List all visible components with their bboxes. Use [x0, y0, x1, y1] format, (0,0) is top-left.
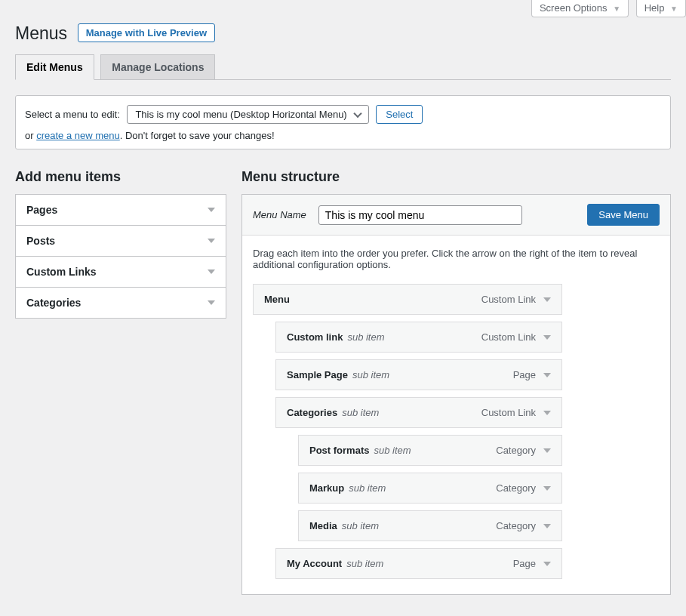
accordion-section-posts[interactable]: Posts [16, 225, 226, 256]
structure-heading: Menu structure [241, 169, 671, 185]
accordion-label: Categories [26, 297, 81, 309]
menu-item[interactable]: My Accountsub itemPage [275, 548, 562, 579]
screen-options-button[interactable]: Screen Options ▼ [531, 0, 629, 17]
menu-item-type: Custom Link [481, 407, 536, 418]
menu-item-title: Menu [264, 294, 290, 305]
menu-item[interactable]: Post formatssub itemCategory [298, 435, 562, 466]
caret-down-icon[interactable] [543, 448, 551, 453]
menu-item-type: Category [496, 482, 536, 494]
menu-items-list: MenuCustom LinkCustom linksub itemCustom… [253, 284, 660, 579]
menu-item-type: Category [496, 520, 536, 531]
menu-item-type: Custom Link [481, 331, 536, 343]
menu-structure-frame: Menu Name Save Menu Drag each item into … [241, 194, 671, 595]
help-label: Help [644, 2, 665, 14]
menu-item-type: Page [513, 558, 536, 569]
nav-tabs: Edit Menus Manage Locations [15, 54, 671, 80]
add-items-accordion: PagesPostsCustom LinksCategories [15, 194, 226, 319]
caret-down-icon[interactable] [543, 486, 551, 491]
menu-item[interactable]: MenuCustom Link [253, 284, 562, 315]
menu-item-sub-label: sub item [347, 331, 384, 343]
drag-instructions: Drag each item into the order you prefer… [253, 248, 660, 270]
menu-item[interactable]: Custom linksub itemCustom Link [275, 322, 562, 353]
menu-item-sub-label: sub item [352, 369, 389, 380]
tab-manage-locations[interactable]: Manage Locations [100, 54, 215, 80]
or-text: or [25, 130, 36, 141]
select-button[interactable]: Select [376, 105, 423, 124]
menu-item[interactable]: Categoriessub itemCustom Link [275, 397, 562, 428]
helper-after-text: . Don't forget to save your changes! [120, 130, 275, 141]
menu-item-sub-label: sub item [346, 558, 383, 569]
menu-item-type: Custom Link [481, 294, 536, 305]
menu-select-dropdown[interactable]: This is my cool menu (Desktop Horizontal… [127, 105, 368, 124]
menu-item[interactable]: Sample Pagesub itemPage [275, 359, 562, 390]
caret-down-icon[interactable] [543, 524, 551, 528]
menu-select-value: This is my cool menu (Desktop Horizontal… [135, 109, 346, 120]
menu-item[interactable]: Markupsub itemCategory [298, 473, 562, 504]
menu-item-sub-label: sub item [342, 520, 379, 531]
select-menu-label: Select a menu to edit: [25, 109, 120, 120]
caret-down-icon[interactable] [543, 562, 551, 566]
caret-down-icon [208, 270, 215, 274]
menu-item-type: Category [496, 445, 536, 456]
menu-item[interactable]: Mediasub itemCategory [298, 510, 562, 541]
create-menu-helper: or create a new menu. Don't forget to sa… [25, 130, 661, 141]
caret-down-icon: ▼ [670, 5, 678, 13]
caret-down-icon[interactable] [543, 411, 551, 415]
menu-item-title: Post formats [309, 445, 369, 456]
caret-down-icon [208, 208, 215, 212]
caret-down-icon[interactable] [543, 297, 551, 302]
menu-structure-header: Menu Name Save Menu [242, 195, 670, 236]
caret-down-icon [208, 300, 215, 305]
accordion-section-pages[interactable]: Pages [16, 195, 226, 225]
menu-item-title: Categories [287, 407, 337, 418]
menu-item-title: Sample Page [287, 369, 348, 380]
help-button[interactable]: Help ▼ [636, 0, 686, 17]
caret-down-icon[interactable] [543, 335, 551, 340]
create-new-menu-link[interactable]: create a new menu [36, 130, 120, 141]
menu-item-sub-label: sub item [349, 482, 386, 494]
accordion-section-categories[interactable]: Categories [16, 287, 226, 318]
caret-down-icon [208, 239, 215, 243]
menu-item-sub-label: sub item [342, 407, 379, 418]
tab-edit-menus[interactable]: Edit Menus [15, 54, 94, 80]
accordion-label: Pages [26, 204, 57, 216]
caret-down-icon: ▼ [613, 5, 620, 13]
caret-down-icon[interactable] [543, 373, 551, 377]
add-items-heading: Add menu items [15, 169, 226, 185]
accordion-section-custom-links[interactable]: Custom Links [16, 256, 226, 287]
menu-name-label: Menu Name [253, 209, 306, 220]
save-menu-button[interactable]: Save Menu [587, 204, 660, 226]
live-preview-button[interactable]: Manage with Live Preview [78, 23, 215, 42]
menu-item-title: My Account [287, 558, 342, 569]
page-title: Menus [15, 23, 67, 44]
screen-options-label: Screen Options [540, 2, 608, 14]
menu-item-type: Page [513, 369, 536, 380]
accordion-label: Custom Links [26, 266, 97, 278]
accordion-label: Posts [26, 235, 55, 247]
menu-selector-panel: Select a menu to edit: This is my cool m… [15, 95, 671, 149]
menu-item-sub-label: sub item [374, 445, 411, 456]
menu-item-title: Media [309, 520, 337, 531]
menu-name-input[interactable] [318, 205, 522, 225]
menu-item-title: Custom link [287, 331, 343, 343]
menu-item-title: Markup [309, 482, 344, 494]
